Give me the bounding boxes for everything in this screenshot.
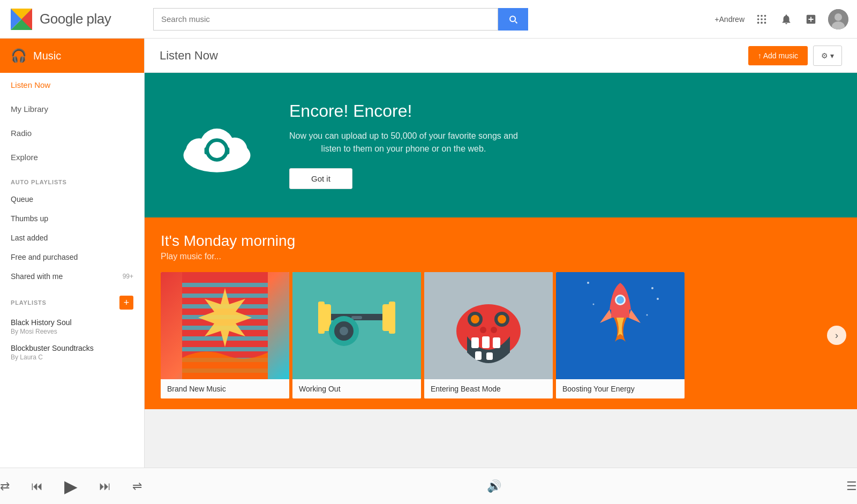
svg-rect-48 [482, 336, 490, 348]
cloud-upload-icon-area [177, 115, 257, 175]
svg-point-14 [835, 13, 842, 21]
sidebar-item-explore[interactable]: Explore [0, 145, 144, 169]
svg-point-61 [593, 304, 595, 305]
sidebar-item-thumbs-up[interactable]: Thumbs up [0, 209, 144, 228]
beast-mode-thumb [424, 272, 553, 379]
prev-button[interactable]: ⏮ [31, 479, 43, 493]
svg-point-4 [757, 14, 760, 17]
playlists-section-header: PLAYLISTS + [0, 286, 144, 314]
auto-playlists-label: AUTO PLAYLISTS [0, 169, 144, 190]
apps-grid-icon[interactable] [754, 12, 769, 27]
headphones-icon: 🎧 [11, 48, 27, 63]
next-cards-button[interactable]: › [827, 326, 846, 345]
svg-rect-38 [318, 302, 325, 334]
working-out-label: Working Out [292, 379, 421, 398]
svg-rect-25 [182, 283, 268, 287]
playlist-black-history[interactable]: Black History Soul By Mosi Reeves [0, 314, 144, 340]
svg-point-62 [646, 314, 648, 316]
sidebar-item-my-library[interactable]: My Library [0, 97, 144, 121]
sidebar-item-shared-with-me[interactable]: Shared with me 99+ [0, 267, 144, 286]
boosting-label: Boosting Your Energy [556, 379, 685, 398]
brand-new-label: Brand New Music [161, 379, 289, 398]
queue-button[interactable]: ☰ [846, 479, 857, 493]
svg-point-59 [587, 282, 589, 284]
brand-new-thumb [161, 272, 289, 379]
svg-point-10 [757, 21, 760, 24]
barbell-art [314, 272, 400, 379]
playlist-blockbuster[interactable]: Blockbuster Soundtracks By Laura C [0, 340, 144, 365]
got-it-button[interactable]: Got it [289, 168, 352, 189]
svg-point-8 [761, 18, 763, 20]
svg-point-7 [757, 18, 760, 20]
top-nav: Google play +Andrew [0, 0, 857, 39]
banner-text-content: Encore! Encore! Now you can upload up to… [289, 101, 518, 189]
play-button[interactable]: ▶ [64, 476, 78, 497]
search-input[interactable] [153, 8, 498, 31]
svg-point-5 [761, 14, 763, 17]
logo-text: Google play [40, 11, 111, 27]
rocket-art [577, 272, 663, 379]
sidebar-item-last-added[interactable]: Last added [0, 228, 144, 247]
music-card-working-out[interactable]: Working Out [292, 272, 421, 398]
play-logo-icon [9, 6, 34, 32]
sidebar-item-listen-now[interactable]: Listen Now [0, 73, 144, 97]
music-card-boosting[interactable]: Boosting Your Energy [556, 272, 685, 398]
volume-button[interactable]: 🔊 [487, 479, 501, 493]
sidebar-item-queue[interactable]: Queue [0, 190, 144, 209]
banner-title: Encore! Encore! [289, 101, 518, 121]
banner-subtitle: Now you can upload up to 50,000 of your … [289, 130, 518, 155]
svg-point-54 [471, 315, 479, 324]
sidebar: 🎧 Music Listen Now My Library Radio Expl… [0, 39, 145, 468]
svg-rect-40 [389, 302, 395, 334]
content-area: Listen Now ↑ Add music ⚙ ▾ [145, 39, 857, 468]
svg-rect-21 [205, 147, 209, 154]
sidebar-item-radio[interactable]: Radio [0, 121, 144, 145]
svg-point-44 [340, 327, 348, 335]
next-button[interactable]: ⏭ [99, 479, 111, 493]
beast-mode-label: Entering Beast Mode [424, 379, 553, 398]
shared-badge: 99+ [123, 273, 133, 280]
music-cards-row: Brand New Music [161, 272, 841, 398]
notification-icon[interactable] [779, 12, 794, 27]
music-card-beast-mode[interactable]: Entering Beast Mode [424, 272, 553, 398]
logo-area: Google play [9, 6, 153, 32]
svg-rect-31 [182, 347, 268, 351]
search-area [153, 8, 528, 31]
svg-point-12 [764, 21, 766, 24]
main-wrapper: 🎧 Music Listen Now My Library Radio Expl… [0, 39, 857, 468]
search-icon [508, 14, 518, 25]
repeat-button[interactable]: ⇄ [0, 479, 10, 493]
svg-point-9 [764, 18, 766, 20]
starburst-art [182, 272, 268, 379]
svg-rect-22 [225, 147, 229, 154]
player-bar: ⇄ ⏮ ▶ ⏭ ⇌ 🔊 ☰ [0, 468, 857, 504]
music-card-brand-new[interactable]: Brand New Music [161, 272, 289, 398]
add-playlist-button[interactable]: + [119, 296, 133, 310]
orange-section: It's Monday morning Play music for... [145, 217, 857, 409]
svg-point-6 [764, 14, 766, 17]
settings-button[interactable]: ⚙ ▾ [813, 46, 842, 66]
sidebar-item-free-purchased[interactable]: Free and purchased [0, 247, 144, 267]
sidebar-title: Music [33, 50, 61, 62]
add-box-icon[interactable] [803, 12, 818, 27]
play-music-subtitle: Play music for... [161, 252, 841, 261]
avatar[interactable] [828, 9, 848, 29]
svg-point-60 [651, 287, 653, 289]
svg-point-65 [617, 296, 624, 304]
svg-rect-51 [486, 352, 493, 360]
add-music-button[interactable]: ↑ Add music [748, 46, 808, 65]
working-out-thumb [292, 272, 421, 379]
page-title: Listen Now [160, 49, 748, 63]
svg-point-56 [480, 327, 486, 333]
svg-point-55 [498, 315, 506, 324]
svg-point-11 [761, 21, 763, 24]
svg-rect-41 [351, 316, 362, 319]
shuffle-button[interactable]: ⇌ [132, 479, 142, 493]
search-button[interactable] [498, 8, 528, 31]
user-name-link[interactable]: +Andrew [715, 15, 745, 24]
svg-rect-49 [493, 337, 500, 348]
svg-point-63 [657, 298, 659, 300]
nav-right: +Andrew [715, 9, 848, 29]
sidebar-header: 🎧 Music [0, 39, 144, 73]
boosting-thumb [556, 272, 685, 379]
